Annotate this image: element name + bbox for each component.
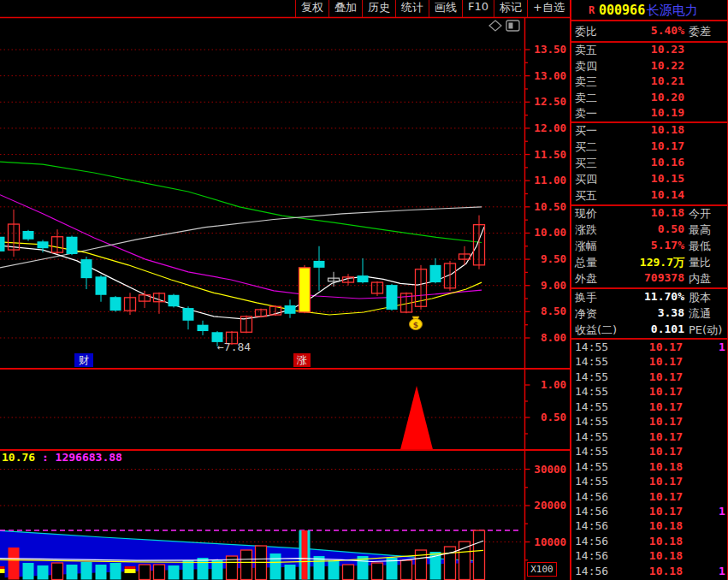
axis-label: 13.50 [534,43,566,56]
tick-price: 10.17 [571,355,683,368]
tick-row-12: 14:5610.18 [571,519,727,534]
tick-price: 10.18 [571,565,683,577]
stat-1-value: 0.50 [571,222,684,235]
bid-row-1-value: 10.18 [571,123,684,136]
stat-5-right-label: 股本 [689,290,711,305]
axis-label: 30000 [534,463,566,476]
tick-row-6: 14:5510.17 [571,430,727,445]
ask-row-4-value: 10.22 [571,59,684,72]
stat-4-value: 709378 [571,271,684,284]
tick-volume: 1 [719,340,725,353]
ask-row-1-value: 10.19 [571,106,684,119]
stat-3: 总量129.7万量比 [571,255,727,271]
stock-name[interactable]: 长源电力 [647,3,698,19]
tick-price: 10.17 [571,445,683,458]
stat-4-right-label: 内盘 [689,271,711,287]
ask-row-2[interactable]: 卖二10.20 [571,91,727,107]
low-price-marker: ←7.84 [217,340,251,353]
ask-row-2-value: 10.20 [571,91,684,104]
axis-label: 12.00 [534,121,566,134]
ask-row-3[interactable]: 卖三10.21 [571,74,727,91]
stat-0-right-label: 今开 [689,206,711,222]
tick-row-11: 14:5610.171 [571,505,727,519]
tick-price: 10.18 [571,549,683,562]
tick-price: 10.18 [571,535,683,547]
stat-0-value: 10.18 [571,206,684,219]
bid-row-2[interactable]: 买二10.17 [571,139,727,156]
axis-label: 8.50 [541,305,566,317]
volume-title-right: : 1296683.88 [35,451,122,464]
tick-price: 10.17 [571,490,683,503]
tdx-terminal-window: 复权叠加历史统计画线F10标记+自选返回 8.008.509.009.5010.… [0,0,728,580]
tick-row-4: 14:5510.17 [571,400,727,415]
axis-label: 9.00 [541,279,566,292]
tick-row-8: 14:5510.18 [571,460,727,475]
volume-panel[interactable] [0,451,522,580]
tick-row-5: 14:5510.17 [571,415,727,429]
tick-row-13: 14:5610.18 [571,535,727,549]
axis-label: 10.00 [534,226,566,239]
signal-panel[interactable] [0,370,522,449]
bid-row-4[interactable]: 买四10.15 [571,172,727,188]
tick-price: 10.17 [571,385,683,398]
stat-6-right-label: 流通 [689,306,711,322]
stat-3-value: 129.7万 [571,255,684,270]
tick-price: 10.17 [571,475,683,488]
tick-row-14: 14:5610.18 [571,549,727,564]
axis-label: 10.50 [534,200,566,213]
tick-row-2: 14:5510.17 [571,370,727,385]
axis-label: 9.50 [541,252,566,265]
tick-volume: 1 [719,565,725,577]
tick-price: 10.18 [571,519,683,532]
bid-row-5-value: 10.14 [571,188,684,201]
axis-label: 1.00 [541,378,566,391]
stat-3-right-label: 量比 [689,255,711,270]
bid-row-3-value: 10.16 [571,156,684,169]
stock-code[interactable]: 000966 [599,3,645,18]
axis-label: 11.00 [534,174,566,186]
stat-5-value: 11.70% [571,290,684,303]
tick-price: 10.17 [571,370,683,383]
tick-row-0: 14:5510.171 [571,340,727,355]
stat-4: 外盘709378内盘 [571,271,727,287]
axis-label: 12.50 [534,95,566,108]
stock-flag: R [589,4,595,16]
volume-unit-label: X100 [527,562,557,577]
axis-label: 20000 [534,499,566,512]
ask-row-5-value: 10.23 [571,43,684,56]
stat-5: 换手11.70%股本 [571,290,727,306]
chart-area[interactable]: 8.008.509.009.5010.0010.5011.0011.5012.0… [0,0,571,580]
tick-price: 10.17 [571,505,683,518]
stat-6-value: 3.38 [571,306,684,319]
axis-label: 11.50 [534,148,566,161]
bid-row-5[interactable]: 买五10.14 [571,188,727,204]
stat-2-value: 5.17% [571,239,684,252]
tick-row-7: 14:5510.17 [571,445,727,459]
stat-1: 涨跌0.50最高 [571,222,727,239]
axis-label: 0.50 [541,411,566,423]
main-chart-panel[interactable] [0,18,522,368]
ask-row-1[interactable]: 卖一10.19 [571,106,727,122]
tick-price: 10.17 [571,400,683,413]
axis-label: 13.00 [534,69,566,82]
panel-divider-0 [571,20,727,21]
axis-label: 10000 [534,536,566,548]
ask-row-4[interactable]: 卖四10.22 [571,59,727,75]
tick-row-1: 14:5510.17 [571,355,727,370]
stat-6: 净资3.38流通 [571,306,727,323]
stock-header: R 000966 长源电力 [571,2,727,19]
cai-badge[interactable]: 财 [74,353,93,367]
stat-7: 收益(二)0.101PE(动) [571,323,727,339]
tick-row-15: 14:5610.181 [571,565,727,579]
tick-row-9: 14:5510.17 [571,475,727,489]
ask-row-3-value: 10.21 [571,74,684,87]
bid-row-1[interactable]: 买一10.18 [571,123,727,139]
weibi-row-right-label: 委差 [689,24,711,39]
stat-7-right-label: PE(动) [689,323,722,338]
zhang-badge[interactable]: 涨 [293,353,311,367]
volume-title-left: 10.76 [2,451,35,464]
ask-row-5[interactable]: 卖五10.23 [571,43,727,59]
quote-panel: R 000966 长源电力 委比5.40%委差卖五10.23卖四10.22卖三1… [570,0,728,580]
bid-row-3[interactable]: 买三10.16 [571,156,727,172]
stat-7-value: 0.101 [571,323,684,335]
